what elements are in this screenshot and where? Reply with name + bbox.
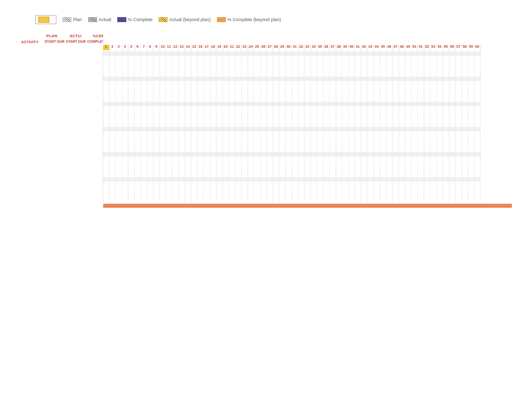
gantt-cell-29-17 bbox=[204, 197, 210, 202]
gantt-cell-10-22 bbox=[236, 102, 242, 106]
gantt-cell-20-44 bbox=[374, 152, 381, 156]
gantt-cell-24-41 bbox=[355, 172, 361, 177]
gantt-cell-23-12 bbox=[173, 167, 179, 172]
gantt-cell-1-6 bbox=[135, 56, 141, 61]
gantt-cell-14-22 bbox=[236, 122, 242, 126]
gantt-cell-26-33 bbox=[305, 182, 311, 187]
gantt-cell-9-47 bbox=[393, 97, 399, 101]
gantt-cell-17-2 bbox=[110, 137, 116, 141]
gantt-cell-25-57 bbox=[455, 177, 462, 182]
row-left-5 bbox=[20, 76, 103, 81]
gantt-cell-13-58 bbox=[462, 117, 469, 121]
gantt-cell-20-54 bbox=[437, 152, 443, 156]
gantt-cell-13-7 bbox=[141, 117, 147, 121]
gantt-cell-9-27 bbox=[267, 97, 273, 101]
gantt-cell-14-38 bbox=[336, 122, 343, 126]
gantt-cell-19-7 bbox=[141, 147, 147, 151]
gantt-cell-13-10 bbox=[160, 117, 167, 121]
legend-actual: Actual bbox=[88, 17, 111, 22]
gantt-cell-9-31 bbox=[292, 97, 298, 101]
gantt-cell-4-30 bbox=[286, 71, 292, 76]
gantt-cell-3-51 bbox=[418, 66, 424, 71]
gantt-cell-14-50 bbox=[412, 122, 418, 126]
row-gantt-9 bbox=[103, 97, 512, 101]
gantt-cell-2-51 bbox=[418, 61, 424, 66]
gantt-cell-9-55 bbox=[443, 97, 449, 101]
gantt-cell-14-10 bbox=[160, 122, 167, 126]
gantt-cell-5-32 bbox=[298, 76, 305, 81]
gantt-cell-13-40 bbox=[349, 117, 355, 121]
gantt-cell-12-28 bbox=[273, 112, 280, 116]
gantt-cell-21-42 bbox=[361, 157, 368, 161]
gantt-cell-28-29 bbox=[279, 192, 286, 197]
gantt-cell-21-50 bbox=[412, 157, 418, 161]
gantt-cell-23-51 bbox=[418, 167, 424, 172]
gantt-cell-23-6 bbox=[135, 167, 141, 172]
gantt-cell-13-1 bbox=[103, 117, 110, 121]
gantt-cell-6-43 bbox=[367, 81, 374, 86]
gantt-cell-2-43 bbox=[367, 61, 374, 66]
gantt-cell-25-53 bbox=[430, 177, 437, 182]
gantt-cell-28-38 bbox=[336, 192, 343, 197]
gantt-cell-1-19 bbox=[216, 56, 223, 61]
gantt-cell-10-50 bbox=[412, 102, 418, 106]
gantt-cell-13-26 bbox=[261, 117, 267, 121]
gantt-cell-13-22 bbox=[236, 117, 242, 121]
gantt-cell-5-19 bbox=[216, 76, 223, 81]
gantt-cell-13-25 bbox=[254, 117, 261, 121]
gantt-cell-6-48 bbox=[399, 81, 406, 86]
gantt-cell-9-56 bbox=[449, 97, 456, 101]
gantt-cell-19-59 bbox=[468, 147, 475, 151]
gantt-cell-8-28 bbox=[273, 92, 280, 96]
gantt-cell-17-21 bbox=[229, 137, 236, 141]
gantt-cell-2-58 bbox=[462, 61, 469, 66]
gantt-cell-26-58 bbox=[462, 182, 469, 187]
gantt-cell-10-17 bbox=[204, 102, 210, 106]
row-gantt-17 bbox=[103, 137, 512, 141]
gantt-cell-17-30 bbox=[286, 137, 292, 141]
gantt-cell-0-22 bbox=[236, 51, 242, 56]
gantt-cell-5-49 bbox=[405, 76, 412, 81]
gantt-cell-6-42 bbox=[361, 81, 368, 86]
gantt-cell-27-12 bbox=[173, 187, 179, 192]
gantt-cell-23-35 bbox=[317, 167, 324, 172]
gantt-cell-9-60 bbox=[475, 97, 481, 101]
gantt-cell-15-34 bbox=[311, 127, 318, 131]
gantt-cell-14-45 bbox=[380, 122, 387, 126]
gantt-cell-0-1 bbox=[103, 51, 110, 56]
period-highlight[interactable] bbox=[35, 15, 56, 24]
row-left-24 bbox=[20, 172, 103, 177]
period-40: 40 bbox=[349, 45, 355, 50]
row-left-26 bbox=[20, 182, 103, 187]
gantt-cell-20-28 bbox=[273, 152, 280, 156]
gantt-cell-19-10 bbox=[160, 147, 167, 151]
gantt-cell-24-9 bbox=[154, 172, 160, 177]
gantt-cell-26-59 bbox=[468, 182, 475, 187]
gantt-cell-13-23 bbox=[242, 117, 248, 121]
gantt-cell-23-9 bbox=[154, 167, 160, 172]
gantt-cell-23-40 bbox=[349, 167, 355, 172]
gantt-cell-16-11 bbox=[166, 132, 173, 136]
gantt-cell-2-46 bbox=[387, 61, 393, 66]
period-60: 60 bbox=[475, 45, 481, 50]
gantt-cell-7-2 bbox=[110, 87, 116, 91]
period-42: 42 bbox=[361, 45, 368, 50]
gantt-cell-17-14 bbox=[185, 137, 192, 141]
gantt-cell-6-35 bbox=[317, 81, 324, 86]
gantt-cell-1-60 bbox=[475, 56, 481, 61]
gantt-cell-27-30 bbox=[286, 187, 292, 192]
gantt-cell-2-11 bbox=[166, 61, 173, 66]
gantt-cell-25-56 bbox=[449, 177, 456, 182]
gantt-cell-19-21 bbox=[229, 147, 236, 151]
gantt-cell-23-25 bbox=[254, 167, 261, 172]
gantt-cell-14-25 bbox=[254, 122, 261, 126]
gantt-cell-8-41 bbox=[355, 92, 361, 96]
period-28: 28 bbox=[273, 45, 280, 50]
gantt-cell-21-30 bbox=[286, 157, 292, 161]
period-highlight-box bbox=[38, 17, 49, 23]
gantt-cell-16-29 bbox=[279, 132, 286, 136]
gantt-cell-27-3 bbox=[116, 187, 122, 192]
gantt-cell-9-42 bbox=[361, 97, 368, 101]
gantt-cell-15-33 bbox=[305, 127, 311, 131]
gantt-cell-24-59 bbox=[468, 172, 475, 177]
